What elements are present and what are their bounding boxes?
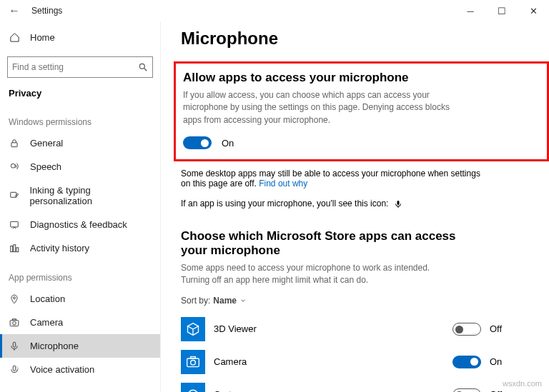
nav-label: Speech [30,161,61,172]
nav-label: Location [30,293,65,304]
nav-microphone[interactable]: Microphone [0,334,160,358]
microphone-icon [9,341,20,351]
svg-line-1 [144,69,147,71]
svg-rect-5 [11,221,19,227]
location-icon [9,294,20,304]
nav-label: Activity history [30,243,89,253]
svg-rect-2 [11,142,17,146]
desktop-apps-note: Some desktop apps may still be able to a… [181,169,488,189]
sort-value: Name [213,296,237,306]
nav-diagnostics[interactable]: Diagnostics & feedback [0,213,160,236]
app-toggle-label: Off [490,389,510,392]
app-toggle-label: On [490,356,510,367]
home-nav[interactable]: Home [0,26,160,49]
svg-rect-13 [13,342,16,347]
lock-icon [9,139,20,149]
svg-rect-6 [11,246,13,251]
window-title: Settings [31,6,62,16]
allow-toggle-label: On [222,138,234,149]
svg-rect-7 [14,244,16,251]
app-name: Camera [214,356,444,367]
app-icon [181,350,205,374]
category-label: Privacy [0,88,160,104]
highlight-box: Allow apps to access your microphone If … [174,61,549,161]
svg-rect-8 [16,247,19,251]
app-row-3d-viewer: 3D Viewer Off [181,313,510,346]
group-windows-permissions: Windows permissions [0,104,160,131]
svg-rect-16 [187,358,199,367]
svg-rect-15 [397,201,399,205]
speech-icon [9,162,20,172]
nav-activity[interactable]: Activity history [0,236,160,260]
nav-general[interactable]: General [0,131,160,155]
usage-icon-text: If an app is using your microphone, you'… [181,198,388,208]
page-title: Microphone [181,29,549,49]
allow-description: If you allow access, you can choose whic… [183,89,454,126]
search-box[interactable] [7,56,153,78]
inking-icon [9,191,19,201]
allow-access-toggle[interactable] [183,136,212,149]
nav-label: Voice activation [30,364,94,375]
svg-point-17 [191,360,196,365]
activity-icon [9,243,20,253]
nav-location[interactable]: Location [0,287,160,311]
svg-point-11 [13,321,16,325]
home-label: Home [30,32,55,43]
content-pane: Microphone Allow apps to access your mic… [161,21,549,392]
titlebar: ← Settings ─ ☐ ✕ [0,0,549,21]
svg-point-0 [139,64,144,69]
camera-icon [9,318,20,328]
nav-inking[interactable]: Inking & typing personalization [0,179,160,213]
find-out-why-link[interactable]: Find out why [259,179,307,189]
feedback-icon [9,220,20,230]
voice-icon [9,365,20,375]
app-row-camera: Camera On [181,346,510,378]
app-name: 3D Viewer [214,323,444,334]
sort-label: Sort by: [181,296,210,306]
minimize-button[interactable]: ─ [455,0,486,21]
svg-rect-18 [191,356,196,358]
app-icon [181,317,205,341]
app-toggle-label: Off [490,323,510,334]
app-row-cortana: Cortana Off [181,378,510,392]
choose-description: Some apps need to access your microphone… [181,262,452,287]
app-name: Cortana [214,389,444,392]
app-icon [181,383,205,392]
sort-by-dropdown[interactable]: Sort by: Name [181,296,549,306]
svg-rect-14 [13,366,16,371]
svg-point-3 [11,164,15,168]
app-toggle[interactable] [452,388,481,392]
group-app-permissions: App permissions [0,260,160,287]
svg-rect-10 [10,320,19,326]
back-button[interactable]: ← [9,4,26,17]
usage-icon-line: If an app is using your microphone, you'… [181,198,549,209]
watermark: wsxdn.com [503,379,542,388]
microphone-indicator-icon [394,199,402,209]
nav-label: Diagnostics & feedback [30,219,127,230]
close-button[interactable]: ✕ [518,0,549,21]
nav-camera[interactable]: Camera [0,311,160,334]
app-list: 3D Viewer Off Camera On Cortana [181,313,549,392]
home-icon [9,32,20,43]
app-toggle[interactable] [452,356,481,368]
nav-voice-activation[interactable]: Voice activation [0,358,160,381]
nav-speech[interactable]: Speech [0,155,160,179]
allow-heading: Allow apps to access your microphone [183,71,454,85]
desktop-note-text: Some desktop apps may still be able to a… [181,169,480,189]
search-input[interactable] [12,62,138,72]
svg-rect-12 [13,318,16,320]
search-icon [138,62,148,72]
app-toggle[interactable] [452,323,481,336]
nav-label: Microphone [30,341,79,351]
nav-label: General [30,138,63,149]
sidebar: Home Privacy Windows permissions General [0,21,161,392]
svg-point-9 [14,296,16,298]
nav-label: Camera [30,317,63,328]
choose-heading: Choose which Microsoft Store apps can ac… [181,229,467,258]
chevron-down-icon [239,297,247,304]
maximize-button[interactable]: ☐ [486,0,518,21]
nav-label: Inking & typing personalization [29,185,152,206]
